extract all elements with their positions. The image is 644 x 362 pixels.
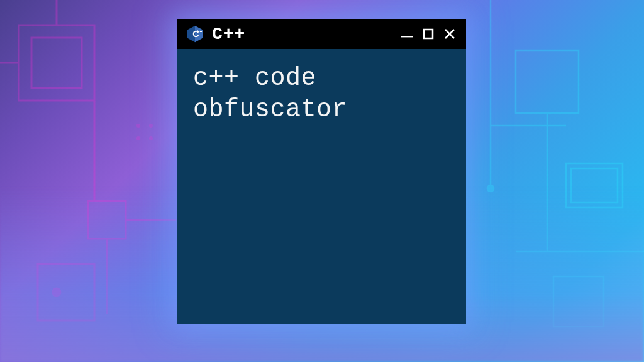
window-controls: _ (399, 26, 457, 41)
svg-point-20 (149, 124, 153, 128)
svg-point-22 (149, 136, 153, 140)
app-window: C + + C++ _ c++ code obfuscator (177, 19, 466, 324)
svg-text:+: + (197, 30, 199, 34)
svg-rect-28 (424, 30, 433, 38)
titlebar[interactable]: C + + C++ _ (177, 19, 466, 49)
minimize-button[interactable]: _ (399, 23, 414, 38)
svg-rect-11 (516, 50, 579, 113)
cpp-icon: C + + (186, 25, 204, 43)
svg-rect-0 (19, 25, 94, 101)
maximize-button[interactable] (421, 26, 436, 41)
svg-point-19 (136, 124, 140, 128)
svg-text:+: + (200, 30, 203, 34)
content-text: c++ code obfuscator (193, 63, 450, 126)
svg-rect-1 (31, 38, 82, 88)
svg-point-21 (136, 136, 140, 140)
window-title: C++ (212, 25, 392, 44)
window-content: c++ code obfuscator (177, 49, 466, 324)
close-button[interactable] (442, 26, 457, 41)
